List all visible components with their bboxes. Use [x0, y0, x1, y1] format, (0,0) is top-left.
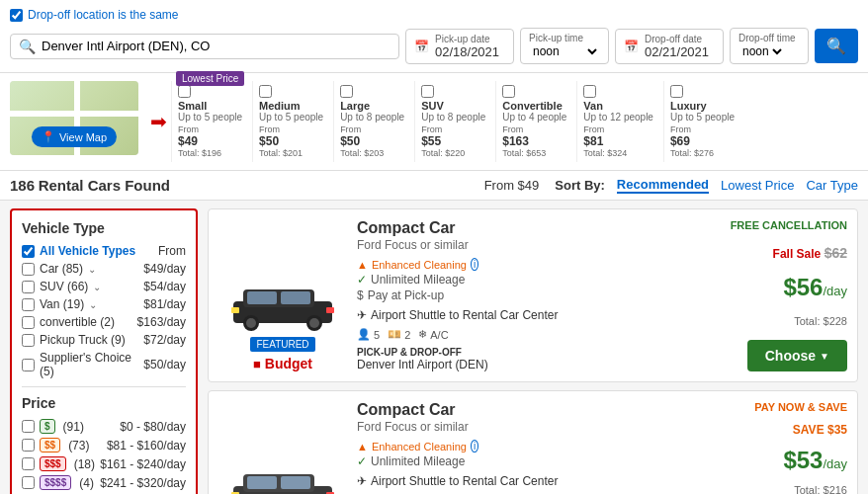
- vtype-small: Small Up to 5 people From $49 Total: $19…: [171, 81, 248, 162]
- price2-badge: $$: [40, 438, 60, 453]
- dropoff-time-label: Drop-off time: [738, 33, 796, 43]
- svg-rect-9: [326, 307, 334, 313]
- map-pin-icon: 📍: [42, 130, 55, 143]
- price-total-2: Total: $216: [794, 484, 847, 494]
- price1-range: $0 - $80/day: [120, 420, 186, 434]
- lowest-price-badge: Lowest Price: [176, 71, 244, 86]
- plane-icon-2: ✈: [357, 474, 367, 488]
- sort-lowest-price[interactable]: Lowest Price: [721, 178, 794, 193]
- map-thumbnail: 📍 View Map: [10, 81, 138, 155]
- all-vehicles-checkbox[interactable]: [22, 245, 35, 258]
- person-icon: 👤: [357, 328, 371, 341]
- filter-pickup-label: Pickup Truck (9): [40, 333, 126, 347]
- vtype-small-checkbox[interactable]: [178, 85, 191, 98]
- save-badge-2: SAVE $35: [793, 423, 847, 437]
- filter-convertible-label: convertible (2): [40, 315, 115, 329]
- price2-checkbox[interactable]: [22, 439, 35, 452]
- vehicle-type-list: Small Up to 5 people From $49 Total: $19…: [171, 81, 858, 162]
- price-section-title: Price: [22, 395, 186, 411]
- main-content: Vehicle Type All Vehicle Types From Car …: [0, 201, 868, 494]
- filter-car-arrow[interactable]: ⌄: [88, 264, 96, 275]
- car-cards-list: FEATURED ■ Budget Compact Car Ford Focus…: [208, 208, 858, 494]
- pickup-time-field[interactable]: Pick-up time noon 12:00 PM: [520, 28, 609, 64]
- vtype-convertible-checkbox[interactable]: [502, 85, 515, 98]
- flame-icon: ▲: [357, 259, 368, 271]
- dollar-icon: $: [357, 288, 364, 302]
- filter-suppliers-choice: Supplier's Choice (5) $50/day: [22, 351, 186, 378]
- dropoff-time-select[interactable]: noon: [738, 43, 785, 59]
- fall-sale-label-1: Fall Sale $62: [773, 247, 847, 261]
- search-bar: 🔍 📅 Pick-up date 02/18/2021 Pick-up time…: [10, 28, 858, 64]
- pickup-section-1: PICK-UP & DROP-OFF Denver Intl Airport (…: [357, 347, 719, 371]
- all-vehicles-label: All Vehicle Types: [40, 244, 135, 258]
- car-similar-1: Ford Focus or similar: [357, 238, 719, 252]
- price-2: $53: [783, 447, 823, 473]
- sort-car-type[interactable]: Car Type: [806, 178, 858, 193]
- sort-recommended[interactable]: Recommended: [617, 177, 709, 194]
- price4-badge: $$$$: [40, 475, 71, 490]
- price3-checkbox[interactable]: [22, 457, 35, 470]
- calendar-icon: 📅: [414, 40, 429, 53]
- vtype-van-checkbox[interactable]: [583, 85, 596, 98]
- vehicle-type-cards: 📍 View Map ➡ Lowest Price Small Up to 5 …: [0, 73, 868, 171]
- vtype-medium: Medium Up to 5 people From $50 Total: $2…: [252, 81, 329, 162]
- car-svg-1: [223, 272, 342, 331]
- pickup-date-label: Pick-up date: [435, 34, 499, 44]
- car-image-1: FEATURED ■ Budget: [218, 219, 347, 371]
- dropoff-same-checkbox[interactable]: [10, 9, 23, 22]
- filter-pickup-checkbox[interactable]: [22, 334, 35, 347]
- filter-van-label: Van (19): [40, 297, 84, 311]
- calendar-icon-2: 📅: [624, 40, 639, 53]
- svg-rect-2: [247, 291, 277, 304]
- pickup-location-1: Denver Intl Airport (DEN): [357, 358, 719, 371]
- price-row-2: $53/day: [783, 447, 847, 474]
- vtype-luxury-checkbox[interactable]: [670, 85, 683, 98]
- filter-suv-checkbox[interactable]: [22, 281, 35, 293]
- filter-car-checkbox[interactable]: [22, 263, 35, 276]
- plane-icon: ✈: [357, 308, 367, 322]
- search-button[interactable]: 🔍: [815, 29, 858, 63]
- price4-checkbox[interactable]: [22, 476, 35, 489]
- svg-rect-12: [247, 476, 277, 489]
- price-row-1: $56/day: [783, 274, 847, 301]
- pickup-location-input[interactable]: [42, 39, 391, 53]
- shuttle-2: ✈ Airport Shuttle to Rental Car Center: [357, 474, 719, 488]
- filter-suppliers-label: Supplier's Choice (5): [40, 351, 143, 378]
- vtype-luxury: Luxury Up to 5 people From $69 Total: $2…: [663, 81, 740, 162]
- filter-van-arrow[interactable]: ⌄: [89, 299, 97, 310]
- price-filter-4: $$$$ (4) $241 - $320/day: [22, 475, 186, 490]
- price2-count: (73): [68, 439, 89, 453]
- featured-badge-1: FEATURED: [250, 337, 314, 352]
- header: Drop-off location is the same 🔍 📅 Pick-u…: [0, 0, 868, 201]
- car-card-2: dollar. Compact Car Ford Focus or simila…: [208, 390, 858, 494]
- choose-button-1[interactable]: Choose ▼: [747, 340, 847, 371]
- price1-checkbox[interactable]: [22, 420, 35, 433]
- filter-van-checkbox[interactable]: [22, 298, 35, 311]
- unlimited-mileage-2: ✓ Unlimited Mileage: [357, 454, 719, 468]
- arrow-icon: ➡: [150, 110, 167, 133]
- dropoff-time-field[interactable]: Drop-off time noon: [730, 28, 809, 64]
- vtype-medium-checkbox[interactable]: [259, 85, 272, 98]
- sort-bar: Sort By: Recommended Lowest Price Car Ty…: [555, 177, 858, 194]
- view-map-button[interactable]: 📍 View Map: [32, 126, 117, 147]
- filter-convertible-checkbox[interactable]: [22, 316, 35, 329]
- price4-range: $241 - $320/day: [100, 476, 186, 490]
- price-1: $56: [783, 274, 823, 300]
- car-name-2: Compact Car: [357, 401, 719, 419]
- vtype-large-checkbox[interactable]: [340, 85, 353, 98]
- vtype-suv-checkbox[interactable]: [421, 85, 434, 98]
- sort-label: Sort By:: [555, 178, 605, 193]
- filter-suv-arrow[interactable]: ⌄: [93, 282, 101, 292]
- search-icon: 🔍: [19, 39, 36, 54]
- price-filter-2: $$ (73) $81 - $160/day: [22, 438, 186, 453]
- vtype-suv: SUV Up to 8 people From $55 Total: $220: [414, 81, 491, 162]
- unlimited-mileage-1: ✓ Unlimited Mileage: [357, 273, 719, 287]
- pickup-time-select[interactable]: noon 12:00 PM: [529, 43, 600, 59]
- filter-pickup-price: $72/day: [143, 333, 186, 347]
- pay-at-pickup-1: $ Pay at Pick-up: [357, 288, 719, 302]
- dropoff-date-field[interactable]: 📅 Drop-off date 02/21/2021: [615, 29, 724, 64]
- car-svg-2: [223, 456, 342, 494]
- filter-suppliers-checkbox[interactable]: [22, 359, 35, 371]
- pickup-date-field[interactable]: 📅 Pick-up date 02/18/2021: [405, 29, 514, 64]
- dropoff-same-label: Drop-off location is the same: [28, 8, 179, 22]
